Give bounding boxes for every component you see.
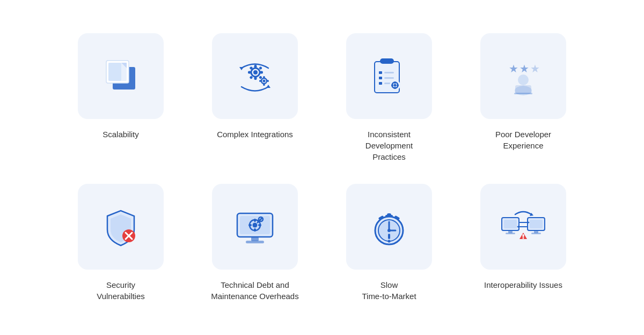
svg-rect-28 [379, 82, 382, 85]
inconsistent-development-label: InconsistentDevelopmentPractices [365, 129, 413, 162]
svg-text:★: ★ [519, 63, 529, 75]
svg-rect-17 [263, 84, 265, 86]
svg-rect-42 [515, 85, 531, 94]
svg-rect-3 [108, 63, 121, 81]
svg-rect-8 [248, 71, 251, 74]
svg-text:★: ★ [530, 63, 540, 75]
svg-rect-35 [391, 84, 393, 86]
complex-integrations-icon [231, 52, 279, 100]
svg-rect-77 [531, 233, 541, 234]
svg-point-5 [253, 70, 258, 75]
svg-rect-6 [254, 65, 257, 68]
svg-rect-26 [379, 77, 382, 79]
svg-point-32 [394, 84, 397, 87]
card-inconsistent-development: InconsistentDevelopmentPractices [330, 33, 448, 162]
svg-rect-34 [394, 87, 396, 89]
svg-marker-21 [239, 67, 244, 70]
interoperability-issues-icon [499, 203, 547, 251]
svg-rect-24 [379, 71, 382, 74]
svg-point-15 [263, 80, 266, 83]
svg-rect-16 [263, 76, 265, 78]
svg-marker-20 [266, 85, 270, 88]
icon-box-inconsistent-development [346, 33, 432, 119]
svg-point-65 [387, 229, 391, 232]
card-technical-debt: Technical Debt andMaintenance Overheads [196, 184, 314, 302]
card-scalability: Scalability [62, 33, 180, 162]
svg-rect-7 [254, 77, 257, 80]
svg-text:★: ★ [509, 63, 518, 75]
svg-rect-66 [388, 234, 390, 239]
svg-rect-43 [514, 93, 532, 94]
svg-rect-25 [384, 72, 394, 73]
svg-rect-54 [254, 228, 256, 232]
complex-integrations-label: Complex Integrations [217, 129, 293, 140]
icon-box-interoperability-issues [480, 184, 566, 270]
svg-rect-19 [267, 80, 269, 82]
security-vulnerabilities-label: SecurityVulnerabilties [97, 279, 145, 302]
svg-rect-27 [384, 77, 394, 79]
card-slow-time-to-market: SlowTime-to-Market [330, 184, 448, 302]
svg-point-40 [518, 75, 529, 85]
svg-point-83 [523, 237, 524, 239]
security-vulnerabilities-icon [97, 203, 145, 251]
technical-debt-label: Technical Debt andMaintenance Overheads [211, 279, 298, 302]
svg-rect-53 [254, 219, 256, 222]
slow-time-to-market-icon [365, 203, 413, 251]
svg-rect-62 [385, 215, 393, 217]
scalability-label: Scalability [103, 129, 139, 140]
svg-point-52 [253, 223, 258, 228]
svg-rect-36 [397, 84, 399, 86]
svg-rect-56 [258, 224, 261, 226]
icon-box-technical-debt [212, 184, 298, 270]
svg-rect-23 [380, 58, 394, 64]
poor-developer-experience-icon: ★ ★ ★ [499, 52, 547, 100]
icon-box-complex-integrations [212, 33, 298, 119]
svg-rect-49 [251, 237, 259, 241]
card-poor-developer-experience: ★ ★ ★ Poor DeveloperExperience [464, 33, 582, 162]
card-complex-integrations: Complex Integrations [196, 33, 314, 162]
svg-rect-33 [394, 81, 396, 84]
svg-rect-73 [506, 233, 515, 234]
inconsistent-development-icon [365, 52, 413, 100]
svg-rect-55 [248, 224, 252, 226]
svg-rect-50 [246, 241, 264, 243]
svg-rect-71 [504, 220, 517, 228]
svg-rect-9 [260, 71, 263, 74]
card-security-vulnerabilities: SecurityVulnerabilties [62, 184, 180, 302]
technical-debt-icon [231, 203, 279, 251]
svg-rect-82 [523, 234, 524, 237]
svg-rect-75 [530, 220, 543, 228]
card-interoperability-issues: Interoperability Issues [464, 184, 582, 302]
icon-box-slow-time-to-market [346, 184, 432, 270]
svg-rect-18 [259, 80, 261, 82]
svg-point-67 [388, 240, 391, 243]
icon-box-security-vulnerabilities [78, 184, 164, 270]
poor-developer-experience-label: Poor DeveloperExperience [495, 129, 551, 151]
icon-box-scalability [78, 33, 164, 119]
slow-time-to-market-label: SlowTime-to-Market [362, 279, 416, 302]
cards-grid: Scalability [40, 12, 604, 323]
interoperability-issues-label: Interoperability Issues [484, 279, 562, 291]
scalability-icon [97, 52, 145, 100]
icon-box-poor-developer-experience: ★ ★ ★ [480, 33, 566, 119]
